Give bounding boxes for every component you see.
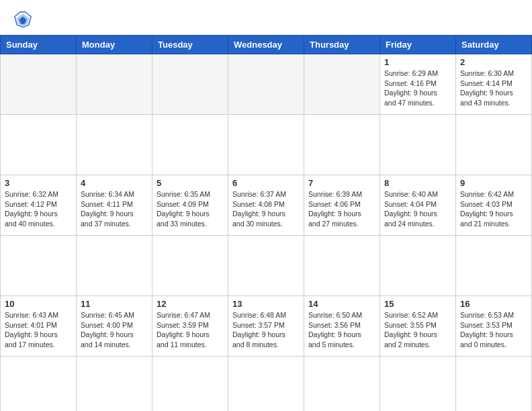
day-info: Sunrise: 6:42 AM Sunset: 4:03 PM Dayligh… (460, 189, 527, 229)
day-info: Sunrise: 6:50 AM Sunset: 3:56 PM Dayligh… (308, 310, 375, 350)
row-separator-cell (1, 115, 77, 175)
day-info: Sunrise: 6:29 AM Sunset: 4:16 PM Dayligh… (384, 68, 451, 108)
day-number: 7 (308, 178, 375, 188)
calendar-week-row: 1Sunrise: 6:29 AM Sunset: 4:16 PM Daylig… (1, 54, 532, 115)
weekday-header-wednesday: Wednesday (228, 36, 304, 54)
row-separator-cell (456, 357, 532, 412)
day-info: Sunrise: 6:40 AM Sunset: 4:04 PM Dayligh… (384, 189, 451, 229)
day-info: Sunrise: 6:37 AM Sunset: 4:08 PM Dayligh… (232, 189, 300, 229)
day-number: 11 (81, 299, 148, 309)
day-number: 3 (5, 178, 72, 188)
logo (13, 11, 35, 30)
row-separator-cell (456, 115, 532, 175)
day-number: 2 (460, 57, 527, 67)
calendar-table: SundayMondayTuesdayWednesdayThursdayFrid… (0, 35, 532, 411)
calendar-cell: 15Sunrise: 6:52 AM Sunset: 3:55 PM Dayli… (380, 296, 456, 357)
row-separator-cell (77, 115, 152, 175)
row-separator-cell (456, 236, 532, 296)
calendar-cell: 11Sunrise: 6:45 AM Sunset: 4:00 PM Dayli… (77, 296, 152, 357)
day-number: 15 (384, 299, 451, 309)
page-header (0, 0, 532, 35)
row-separator-cell (304, 236, 380, 296)
day-info: Sunrise: 6:52 AM Sunset: 3:55 PM Dayligh… (384, 310, 451, 350)
calendar-cell: 2Sunrise: 6:30 AM Sunset: 4:14 PM Daylig… (456, 54, 532, 115)
day-number: 14 (308, 299, 375, 309)
row-separator-cell (304, 357, 380, 412)
calendar-cell: 10Sunrise: 6:43 AM Sunset: 4:01 PM Dayli… (1, 296, 77, 357)
row-separator-cell (228, 357, 304, 412)
calendar-cell: 6Sunrise: 6:37 AM Sunset: 4:08 PM Daylig… (228, 175, 304, 236)
day-info: Sunrise: 6:43 AM Sunset: 4:01 PM Dayligh… (5, 310, 72, 350)
day-number: 6 (232, 178, 300, 188)
weekday-header-sunday: Sunday (1, 36, 77, 54)
calendar-cell: 16Sunrise: 6:53 AM Sunset: 3:53 PM Dayli… (456, 296, 532, 357)
calendar-cell (152, 54, 228, 115)
calendar-cell (228, 54, 304, 115)
calendar-cell (304, 54, 380, 115)
row-separator-cell (152, 236, 228, 296)
logo-icon (13, 11, 32, 30)
calendar-cell: 5Sunrise: 6:35 AM Sunset: 4:09 PM Daylig… (152, 175, 228, 236)
day-info: Sunrise: 6:47 AM Sunset: 3:59 PM Dayligh… (157, 310, 224, 350)
calendar-week-row: 10Sunrise: 6:43 AM Sunset: 4:01 PM Dayli… (1, 296, 532, 357)
calendar-cell (77, 54, 152, 115)
day-number: 9 (460, 178, 527, 188)
row-separator-cell (228, 236, 304, 296)
calendar-cell: 3Sunrise: 6:32 AM Sunset: 4:12 PM Daylig… (1, 175, 77, 236)
weekday-header-monday: Monday (77, 36, 152, 54)
day-info: Sunrise: 6:34 AM Sunset: 4:11 PM Dayligh… (81, 189, 148, 229)
day-number: 8 (384, 178, 451, 188)
weekday-header-row: SundayMondayTuesdayWednesdayThursdayFrid… (1, 36, 532, 54)
row-separator-cell (380, 236, 456, 296)
day-info: Sunrise: 6:30 AM Sunset: 4:14 PM Dayligh… (460, 68, 527, 108)
row-separator-cell (1, 236, 77, 296)
day-number: 4 (81, 178, 148, 188)
calendar-cell: 9Sunrise: 6:42 AM Sunset: 4:03 PM Daylig… (456, 175, 532, 236)
calendar-week-row: 3Sunrise: 6:32 AM Sunset: 4:12 PM Daylig… (1, 175, 532, 236)
weekday-header-tuesday: Tuesday (152, 36, 228, 54)
row-separator-cell (1, 357, 77, 412)
day-number: 13 (232, 299, 300, 309)
day-number: 5 (157, 178, 224, 188)
row-separator-cell (152, 357, 228, 412)
day-number: 10 (5, 299, 72, 309)
day-info: Sunrise: 6:48 AM Sunset: 3:57 PM Dayligh… (232, 310, 300, 350)
weekday-header-friday: Friday (380, 36, 456, 54)
row-separator-cell (228, 115, 304, 175)
calendar-cell: 8Sunrise: 6:40 AM Sunset: 4:04 PM Daylig… (380, 175, 456, 236)
day-info: Sunrise: 6:39 AM Sunset: 4:06 PM Dayligh… (308, 189, 375, 229)
day-info: Sunrise: 6:53 AM Sunset: 3:53 PM Dayligh… (460, 310, 527, 350)
day-info: Sunrise: 6:35 AM Sunset: 4:09 PM Dayligh… (157, 189, 224, 229)
row-separator-cell (77, 236, 152, 296)
day-number: 12 (157, 299, 224, 309)
row-separator-cell (304, 115, 380, 175)
calendar-cell: 7Sunrise: 6:39 AM Sunset: 4:06 PM Daylig… (304, 175, 380, 236)
day-info: Sunrise: 6:45 AM Sunset: 4:00 PM Dayligh… (81, 310, 148, 350)
day-number: 1 (384, 57, 451, 67)
calendar-cell: 13Sunrise: 6:48 AM Sunset: 3:57 PM Dayli… (228, 296, 304, 357)
weekday-header-saturday: Saturday (456, 36, 532, 54)
weekday-header-thursday: Thursday (304, 36, 380, 54)
calendar-cell: 1Sunrise: 6:29 AM Sunset: 4:16 PM Daylig… (380, 54, 456, 115)
calendar-cell (1, 54, 77, 115)
day-number: 16 (460, 299, 527, 309)
row-separator-cell (152, 115, 228, 175)
calendar-cell: 14Sunrise: 6:50 AM Sunset: 3:56 PM Dayli… (304, 296, 380, 357)
calendar-cell: 12Sunrise: 6:47 AM Sunset: 3:59 PM Dayli… (152, 296, 228, 357)
calendar-cell: 4Sunrise: 6:34 AM Sunset: 4:11 PM Daylig… (77, 175, 152, 236)
row-separator-cell (77, 357, 152, 412)
day-info: Sunrise: 6:32 AM Sunset: 4:12 PM Dayligh… (5, 189, 72, 229)
row-separator-cell (380, 115, 456, 175)
row-separator-cell (380, 357, 456, 412)
